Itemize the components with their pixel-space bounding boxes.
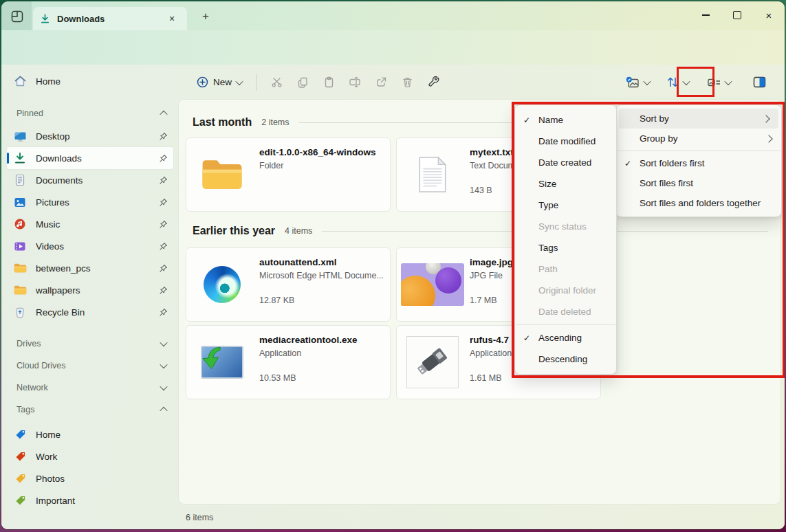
section-label: Network: [17, 383, 48, 392]
menu-item-tags[interactable]: Tags: [515, 237, 616, 258]
cut-icon: [271, 76, 283, 88]
pin-icon: [159, 286, 168, 295]
menu-separator: [516, 324, 615, 325]
copy-button[interactable]: [290, 71, 316, 94]
sidebar-section-pinned[interactable]: Pinned: [1, 102, 179, 125]
checkmark-icon: [515, 115, 538, 125]
group-title: Earlier this year: [193, 225, 275, 237]
new-button[interactable]: New: [190, 72, 249, 92]
desktop-icon: [12, 131, 28, 142]
sidebar-section-network[interactable]: Network: [1, 377, 179, 399]
sidebar-item-label: Recycle Bin: [36, 307, 85, 318]
menu-item-sort-files-and-folders-together[interactable]: Sort files and folders together: [616, 193, 781, 213]
sidebar-item-videos[interactable]: Videos: [7, 235, 173, 257]
preview-pane-button[interactable]: [746, 71, 772, 94]
sidebar-item-home[interactable]: Home: [7, 70, 173, 92]
file-size: 1.7 MB: [470, 296, 513, 305]
pin-icon: [159, 154, 168, 163]
pin-icon: [159, 308, 168, 317]
menu-item-sort-files-first[interactable]: Sort files first: [616, 173, 781, 193]
sort-button[interactable]: [661, 72, 695, 92]
sidebar-item-label: Music: [36, 219, 60, 230]
sidebar-item-desktop[interactable]: Desktop: [7, 125, 173, 147]
cut-button[interactable]: [263, 71, 290, 94]
file-type: Microsoft Edge HTML Docume...: [259, 271, 384, 280]
videos-icon: [12, 241, 28, 252]
section-label: Tags: [17, 405, 34, 414]
view-button[interactable]: [701, 73, 736, 92]
share-button[interactable]: [368, 71, 394, 94]
chevron-down-icon: [160, 339, 167, 346]
sidebar-item-recycle-bin[interactable]: Recycle Bin: [7, 301, 173, 323]
sidebar-item-pictures[interactable]: Pictures: [7, 191, 173, 213]
menu-separator: [617, 151, 780, 151]
tab-close-icon[interactable]: ×: [164, 10, 180, 27]
sidebar-tag-important[interactable]: Important: [7, 489, 173, 511]
sidebar-section-drives[interactable]: Drives: [1, 333, 179, 355]
edge-logo-icon: [186, 248, 258, 321]
file-card-edit-folder[interactable]: edit-1.0.0-x86_64-windows Folder: [186, 137, 391, 212]
section-label: Drives: [17, 339, 41, 348]
sidebar-section-tags[interactable]: Tags: [1, 399, 179, 421]
pin-icon: [159, 198, 168, 207]
paste-button[interactable]: [316, 71, 342, 94]
tag-icon: [12, 495, 28, 507]
menu-item-sync-status: Sync status: [515, 216, 616, 237]
tab-title: Downloads: [57, 14, 164, 24]
text-file-icon: [397, 138, 468, 211]
documents-icon: [12, 174, 28, 186]
section-label: Pinned: [17, 109, 43, 118]
menu-item-path: Path: [515, 258, 616, 280]
sidebar-item-downloads[interactable]: Downloads: [7, 147, 173, 169]
pictures-icon: [12, 197, 28, 208]
menu-item-ascending[interactable]: Ascending: [515, 327, 616, 348]
tab-bar: Downloads × + ×: [1, 1, 785, 30]
menu-item-sort-by[interactable]: Sort by: [619, 109, 778, 129]
share-icon: [375, 76, 387, 88]
wrench-icon: [428, 76, 439, 88]
rename-button[interactable]: [342, 71, 368, 94]
file-card-mediacreationtool[interactable]: mediacreationtool.exe Application 10.53 …: [186, 325, 391, 399]
sidebar-item-documents[interactable]: Documents: [7, 169, 173, 191]
menu-item-type[interactable]: Type: [515, 195, 616, 216]
file-card-autounattend[interactable]: autounattend.xml Microsoft Edge HTML Doc…: [186, 247, 391, 322]
sidebar-item-label: Important: [36, 496, 75, 506]
close-button[interactable]: ×: [753, 1, 785, 29]
file-size: 12.87 KB: [259, 296, 384, 305]
view-details-icon: [707, 77, 721, 88]
sidebar-item-wallpapers[interactable]: wallpapers: [7, 279, 173, 301]
home-icon: [12, 75, 28, 87]
delete-button[interactable]: [394, 71, 420, 94]
folder-icon: [186, 138, 258, 211]
tab-downloads[interactable]: Downloads ×: [33, 7, 187, 30]
sidebar-item-between-pcs[interactable]: between_pcs: [7, 257, 173, 279]
menu-item-group-by[interactable]: Group by: [616, 129, 781, 148]
file-name: image.jpg: [470, 257, 513, 267]
sidebar-tag-home[interactable]: Home: [7, 423, 173, 445]
sidebar-item-music[interactable]: Music: [7, 213, 173, 235]
menu-item-sort-folders-first[interactable]: Sort folders first: [616, 153, 781, 173]
group-header-earlier-this-year[interactable]: Earlier this year 4 items: [193, 222, 768, 240]
chevron-down-icon: [643, 77, 651, 85]
maximize-button[interactable]: [721, 1, 753, 29]
minimize-button[interactable]: [690, 1, 721, 29]
tools-button[interactable]: [420, 71, 446, 94]
sidebar-section-cloud-drives[interactable]: Cloud Drives: [1, 355, 179, 377]
group-count: 4 items: [285, 226, 312, 236]
layout-button[interactable]: [620, 72, 655, 93]
layout-thumbnail-icon: [626, 76, 640, 89]
menu-item-descending[interactable]: Descending: [515, 348, 616, 370]
file-name: autounattend.xml: [259, 257, 384, 267]
pin-icon: [159, 242, 168, 251]
sidebar-item-label: Videos: [36, 241, 64, 252]
sidebar-tag-work[interactable]: Work: [7, 445, 173, 467]
new-tab-button[interactable]: +: [197, 8, 215, 25]
menu-item-date-modified[interactable]: Date modified: [515, 131, 616, 152]
menu-item-size[interactable]: Size: [515, 173, 616, 195]
menu-item-date-created[interactable]: Date created: [515, 152, 616, 173]
sidebar-tag-photos[interactable]: Photos: [7, 467, 173, 489]
trash-icon: [402, 76, 413, 88]
file-explorer-window: Downloads × + × ← → ↑ ↻ System (C:) User…: [1, 1, 785, 529]
menu-item-name[interactable]: Name: [515, 109, 616, 131]
checkmark-icon: [515, 333, 538, 343]
